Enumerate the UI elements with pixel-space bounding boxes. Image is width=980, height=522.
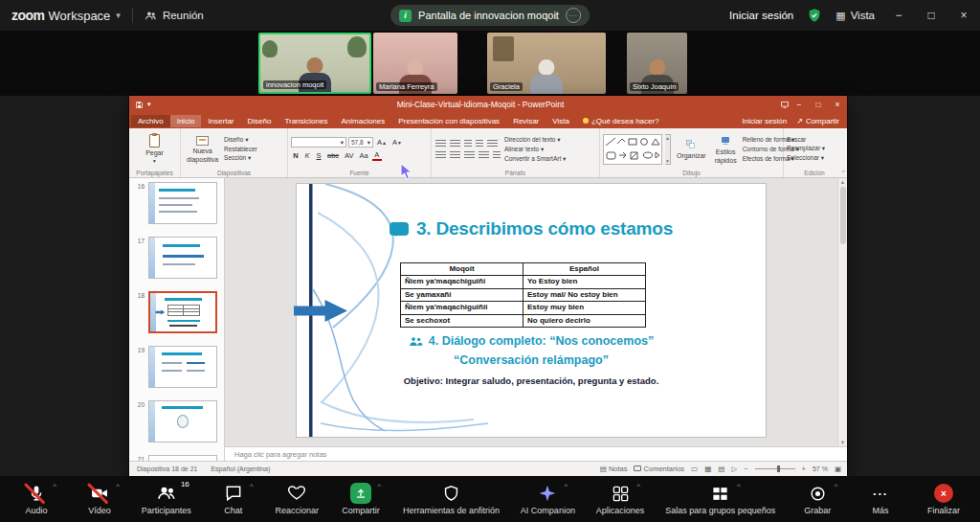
slide-thumbnail-17[interactable]: 17 (135, 237, 217, 279)
language-indicator[interactable]: Español (Argentina) (211, 465, 270, 472)
text-direction-button[interactable]: Dirección del texto ▾ (504, 136, 566, 144)
comments-toggle[interactable]: Comentarios (634, 465, 684, 473)
zoom-out-button[interactable]: − (744, 465, 747, 473)
ai-companion-button[interactable]: ^ AI Companion (521, 483, 575, 515)
shapes-gallery[interactable] (603, 134, 662, 165)
font-color-button[interactable]: A (372, 150, 382, 161)
change-case-button[interactable]: Aa (358, 150, 370, 161)
underline-button[interactable]: S (314, 150, 323, 161)
video-tile-mariana[interactable]: Mariana Ferreyra (373, 33, 457, 94)
smartart-button[interactable]: Convertir a SmartArt ▾ (504, 155, 566, 163)
layout-button[interactable]: Diseño ▾ (224, 136, 257, 144)
close-button[interactable]: × (947, 0, 980, 31)
reading-view-button[interactable]: ▤ (718, 465, 724, 473)
breakout-rooms-button[interactable]: ^ Salas para grupos pequeños (665, 483, 775, 515)
normal-view-button[interactable]: ▭ (691, 465, 698, 473)
react-button[interactable]: Reaccionar (276, 483, 320, 515)
meeting-tab[interactable]: Reunión (145, 10, 204, 22)
rooms-chevron-icon[interactable]: ^ (737, 482, 741, 490)
slide-thumbnail-16[interactable]: 16 (135, 182, 217, 224)
grow-font-button[interactable]: A▲ (375, 137, 389, 148)
audio-button[interactable]: ^ Audio (15, 483, 57, 515)
share-chevron-icon[interactable]: ^ (377, 482, 381, 490)
decrease-indent-button[interactable] (464, 140, 472, 148)
apps-chevron-icon[interactable]: ^ (636, 482, 640, 490)
save-icon[interactable] (135, 101, 144, 109)
record-chevron-icon[interactable]: ^ (834, 482, 837, 490)
scroll-down-icon[interactable]: ▼ (840, 440, 845, 445)
align-right-button[interactable] (464, 151, 475, 159)
tab-revisar[interactable]: Revisar (506, 115, 546, 127)
tab-archivo[interactable]: Archivo (131, 115, 170, 127)
sign-in-link[interactable]: Iniciar sesión (729, 10, 793, 21)
end-meeting-button[interactable]: × Finalizar (923, 483, 965, 515)
find-button[interactable]: Buscar (787, 136, 825, 143)
chat-button[interactable]: ^ Chat (212, 483, 255, 515)
workspace-menu[interactable]: zoom Workspace ▾ Reunión (0, 8, 204, 23)
collapse-ribbon-icon[interactable]: ^ (842, 169, 845, 175)
ai-chevron-icon[interactable]: ^ (565, 482, 568, 490)
video-button[interactable]: ^ Vídeo (78, 483, 121, 515)
current-slide[interactable]: 3. Describimos cómo estamos Moqoit Españ… (297, 184, 766, 437)
share-banner-more-button[interactable]: ··· (566, 8, 581, 23)
replace-button[interactable]: Reemplazar ▾ (787, 145, 825, 152)
tab-transiciones[interactable]: Transiciones (278, 115, 334, 127)
shapes-scroll[interactable]: ▲▼ (665, 134, 671, 165)
audio-chevron-icon[interactable]: ^ (53, 482, 56, 490)
slide-thumbnail-18[interactable]: 18 (135, 291, 217, 333)
reset-button[interactable]: Restablecer (224, 146, 257, 152)
slide-scrollbar[interactable]: ▲ ▼ (837, 178, 847, 446)
ppt-close-button[interactable]: × (828, 96, 847, 113)
scrollbar-thumb[interactable] (840, 187, 846, 244)
slideshow-button[interactable]: ▷ (731, 465, 737, 473)
bold-button[interactable]: N (291, 150, 301, 161)
tab-presentacion[interactable]: Presentación con diapositivas (391, 115, 506, 127)
minimize-button[interactable]: − (882, 0, 915, 31)
zoom-slider-knob[interactable] (777, 465, 780, 472)
select-button[interactable]: Seleccionar ▾ (787, 154, 825, 162)
char-spacing-button[interactable]: AV (343, 150, 355, 161)
tab-inicio[interactable]: Inicio (170, 115, 202, 127)
fit-to-window-button[interactable]: ▣ (835, 465, 841, 473)
strikethrough-button[interactable]: abc (325, 150, 341, 161)
quick-access-chevron-icon[interactable]: ▾ (147, 101, 151, 108)
tab-tell-me[interactable]: ¿Qué desea hacer? (576, 115, 666, 127)
align-text-button[interactable]: Alinear texto ▾ (504, 146, 566, 153)
zoom-slider[interactable] (755, 468, 795, 469)
align-center-button[interactable] (450, 151, 460, 159)
tab-diseno[interactable]: Diseño (241, 115, 278, 127)
ppt-sign-in[interactable]: Iniciar sesión (742, 117, 787, 125)
notes-toggle[interactable]: ▤ Notas (600, 465, 628, 473)
bullets-button[interactable] (435, 140, 446, 148)
chat-chevron-icon[interactable]: ^ (250, 482, 254, 490)
slide-thumbnail-19[interactable]: 19 (135, 346, 217, 388)
slide-thumbnail-20[interactable]: 20 (135, 400, 217, 443)
numbering-button[interactable] (450, 140, 460, 148)
view-button[interactable]: ▦ Vista (835, 10, 875, 22)
video-tile-sixto[interactable]: Sixto Joaquín (627, 33, 687, 94)
record-button[interactable]: ^ Grabar (796, 483, 838, 515)
paste-button[interactable]: Pegar ▾ (143, 130, 167, 168)
ppt-minimize-button[interactable]: − (790, 96, 809, 113)
quick-styles-button[interactable]: Estilos rápidos (712, 130, 740, 168)
zoom-level[interactable]: 57 % (813, 465, 828, 472)
align-left-button[interactable] (435, 151, 446, 159)
tab-vista[interactable]: Vista (546, 115, 576, 127)
chevron-down-icon[interactable]: ▾ (116, 11, 121, 20)
arrange-button[interactable]: Organizar (674, 130, 709, 168)
ppt-maximize-button[interactable]: □ (809, 96, 828, 113)
scroll-up-icon[interactable]: ▲ (840, 179, 845, 185)
tab-animaciones[interactable]: Animaciones (334, 115, 391, 127)
video-chevron-icon[interactable]: ^ (116, 482, 120, 490)
shrink-font-button[interactable]: A▼ (390, 137, 404, 148)
increase-indent-button[interactable] (476, 140, 483, 148)
columns-button[interactable] (493, 151, 501, 159)
italic-button[interactable]: K (302, 150, 312, 161)
notes-pane[interactable]: Haga clic para agregar notas (225, 446, 847, 461)
participants-button[interactable]: 16 Participantes (142, 483, 191, 515)
justify-button[interactable] (479, 151, 489, 159)
security-shield-icon[interactable] (807, 8, 822, 23)
maximize-button[interactable]: □ (915, 0, 947, 31)
host-tools-button[interactable]: Herramientas de anfitrión (403, 483, 500, 515)
ribbon-display-icon[interactable] (780, 101, 790, 109)
